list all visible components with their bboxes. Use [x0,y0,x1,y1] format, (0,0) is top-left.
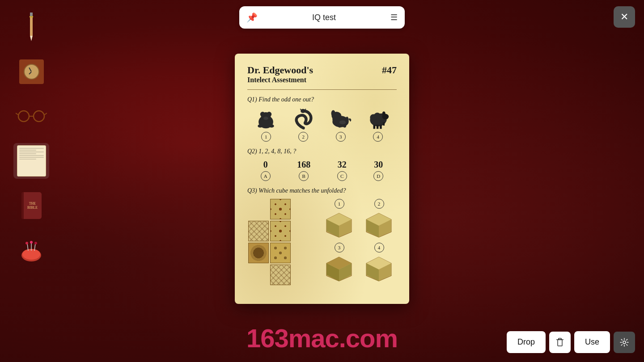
animal-num-1: 1 [261,132,271,142]
animal-bear: 1 [254,108,278,142]
snake-icon [291,108,316,130]
answer-a: 0 A [261,160,271,181]
animal-num-4: 4 [373,132,383,142]
svg-point-29 [346,117,349,123]
settings-button[interactable] [614,332,635,353]
doc-title-block: Dr. Edgewood's Intelect Assestment [247,64,313,84]
svg-rect-2 [30,13,33,16]
svg-point-19 [260,112,265,117]
answer-d: 30 D [373,160,383,181]
svg-rect-61 [558,340,562,346]
cube-num-3: 3 [335,243,344,253]
animals-row: 1 2 3 [247,108,397,142]
cube-option-1: 1 [322,199,357,238]
svg-point-32 [339,121,346,125]
settings-icon [619,337,629,347]
svg-point-21 [263,117,268,120]
sidebar-item-glasses[interactable] [13,98,49,134]
svg-point-27 [331,110,335,117]
svg-point-22 [258,125,263,128]
tile-2-1 [270,243,291,263]
sidebar-item-pincushion[interactable] [13,232,49,268]
doc-divider [247,89,397,90]
svg-point-12 [30,241,33,244]
tile-3-1 [270,265,291,285]
trash-button[interactable] [549,332,571,353]
answer-b-value: 168 [297,160,310,170]
svg-rect-41 [380,125,382,129]
svg-point-16 [34,242,37,244]
answers-row: 0 A 168 B 32 C 30 D [247,160,397,181]
pin-icon[interactable]: 📌 [246,12,258,23]
cube-option-2: 2 [361,199,397,238]
answer-a-value: 0 [263,160,268,170]
svg-point-5 [34,111,44,122]
sidebar-item-document[interactable] [13,143,49,179]
q3-section: Q3) Which cube matches the unfolded? 1 [247,187,397,287]
animal-snake: 2 [291,108,316,142]
svg-point-23 [269,125,274,128]
clock-icon [19,59,44,84]
q2-section: Q2) 1, 2, 4, 8, 16, ? 0 A 168 B 32 C 30 … [247,148,397,181]
drop-button[interactable]: Drop [507,331,546,353]
answer-c-letter: C [337,171,347,181]
q1-label: Q1) Find the odd one out? [247,96,397,103]
use-button[interactable]: Use [574,331,610,353]
dog-icon [328,108,353,130]
sidebar-item-book[interactable]: THEBIBLE [13,188,49,223]
sidebar-item-clock[interactable] [13,54,49,89]
answer-a-letter: A [261,171,271,181]
svg-point-43 [382,112,385,117]
document-card: Dr. Edgewood's Intelect Assestment #47 Q… [235,54,409,304]
svg-point-4 [18,111,29,122]
svg-rect-66 [559,338,561,340]
svg-rect-40 [377,125,379,129]
tile-1-1 [270,221,291,241]
close-button[interactable]: ✕ [614,6,635,28]
cube-num-1: 1 [335,199,344,209]
animal-sheep: 4 [366,108,390,142]
doc-title-main: Dr. Edgewood's [247,64,313,76]
pincushion-icon [19,238,44,263]
bottom-bar: Drop Use [507,331,635,353]
svg-line-8 [44,113,47,115]
cube-option-3: 3 [322,243,357,282]
answer-b: 168 B [297,160,310,181]
answer-c: 32 C [337,160,347,181]
cube-options-grid: 1 2 [322,199,397,282]
tile-2-0 [248,243,269,263]
cube-2-svg [364,211,394,238]
cube-1-svg [325,211,354,238]
svg-rect-39 [373,125,375,129]
animal-num-3: 3 [336,132,346,142]
bear-icon [254,108,278,130]
answer-b-letter: B [299,171,309,181]
top-bar: 📌 IQ test ☰ [239,6,405,29]
sheep-icon [366,108,390,130]
cube-3-svg [325,255,354,282]
unfolded-cross [247,199,314,287]
svg-point-67 [623,341,626,344]
q2-label: Q2) 1, 2, 4, 8, 16, ? [247,148,397,155]
doc-header: Dr. Edgewood's Intelect Assestment #47 [247,64,397,84]
glasses-icon [16,109,47,123]
sidebar-item-pencil[interactable] [13,9,49,45]
cube-num-4: 4 [374,243,384,253]
svg-rect-3 [30,16,33,17]
svg-point-28 [333,116,336,123]
menu-icon[interactable]: ☰ [390,13,398,22]
svg-rect-42 [383,122,385,126]
doc-title-sub: Intelect Assestment [247,76,313,84]
answer-d-letter: D [373,171,383,181]
tile-1-0 [248,221,269,241]
animal-num-2: 2 [298,132,308,142]
watermark: 163mac.com [246,323,398,353]
pencil-icon [27,11,35,43]
svg-line-7 [16,113,18,115]
svg-point-20 [267,112,272,117]
tile-0-1 [270,199,291,219]
answer-c-value: 32 [338,160,347,170]
answer-d-value: 30 [374,160,383,170]
doc-number: #47 [382,64,397,76]
document-thumbnail [17,145,46,177]
